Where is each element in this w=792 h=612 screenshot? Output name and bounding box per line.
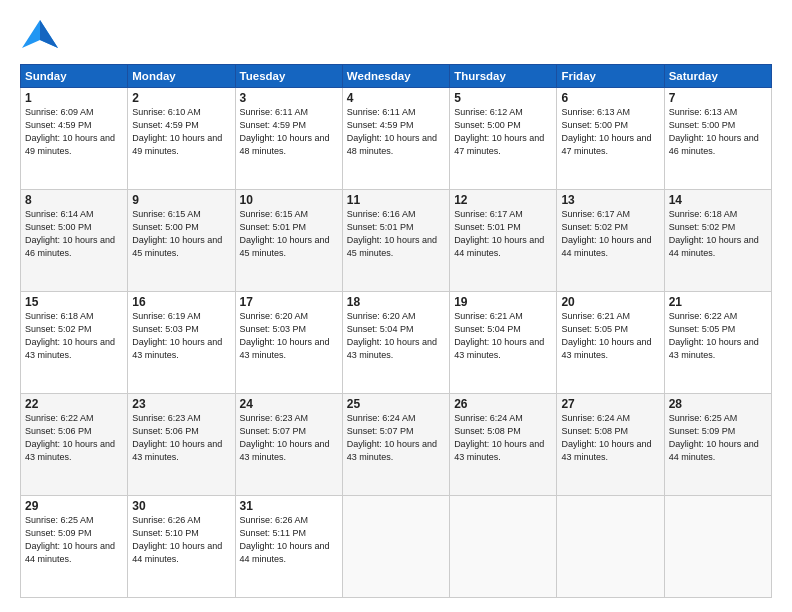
calendar-cell (557, 496, 664, 598)
day-number: 2 (132, 91, 230, 105)
day-info: Sunrise: 6:26 AM Sunset: 5:10 PM Dayligh… (132, 514, 230, 566)
calendar-cell (450, 496, 557, 598)
day-number: 21 (669, 295, 767, 309)
day-info: Sunrise: 6:10 AM Sunset: 4:59 PM Dayligh… (132, 106, 230, 158)
calendar-cell: 29 Sunrise: 6:25 AM Sunset: 5:09 PM Dayl… (21, 496, 128, 598)
day-number: 17 (240, 295, 338, 309)
week-row-5: 29 Sunrise: 6:25 AM Sunset: 5:09 PM Dayl… (21, 496, 772, 598)
day-info: Sunrise: 6:24 AM Sunset: 5:07 PM Dayligh… (347, 412, 445, 464)
day-number: 11 (347, 193, 445, 207)
day-info: Sunrise: 6:13 AM Sunset: 5:00 PM Dayligh… (561, 106, 659, 158)
calendar-cell (342, 496, 449, 598)
calendar-cell: 21 Sunrise: 6:22 AM Sunset: 5:05 PM Dayl… (664, 292, 771, 394)
day-info: Sunrise: 6:15 AM Sunset: 5:01 PM Dayligh… (240, 208, 338, 260)
day-number: 30 (132, 499, 230, 513)
calendar-cell: 23 Sunrise: 6:23 AM Sunset: 5:06 PM Dayl… (128, 394, 235, 496)
day-number: 22 (25, 397, 123, 411)
calendar-cell: 7 Sunrise: 6:13 AM Sunset: 5:00 PM Dayli… (664, 88, 771, 190)
day-number: 27 (561, 397, 659, 411)
day-info: Sunrise: 6:21 AM Sunset: 5:04 PM Dayligh… (454, 310, 552, 362)
day-number: 12 (454, 193, 552, 207)
day-number: 25 (347, 397, 445, 411)
day-number: 31 (240, 499, 338, 513)
day-number: 8 (25, 193, 123, 207)
weekday-header-saturday: Saturday (664, 65, 771, 88)
day-number: 24 (240, 397, 338, 411)
calendar-cell: 25 Sunrise: 6:24 AM Sunset: 5:07 PM Dayl… (342, 394, 449, 496)
calendar-cell: 18 Sunrise: 6:20 AM Sunset: 5:04 PM Dayl… (342, 292, 449, 394)
day-info: Sunrise: 6:25 AM Sunset: 5:09 PM Dayligh… (669, 412, 767, 464)
day-info: Sunrise: 6:23 AM Sunset: 5:07 PM Dayligh… (240, 412, 338, 464)
day-info: Sunrise: 6:24 AM Sunset: 5:08 PM Dayligh… (454, 412, 552, 464)
day-number: 3 (240, 91, 338, 105)
day-number: 6 (561, 91, 659, 105)
day-info: Sunrise: 6:20 AM Sunset: 5:04 PM Dayligh… (347, 310, 445, 362)
day-number: 20 (561, 295, 659, 309)
calendar-cell: 30 Sunrise: 6:26 AM Sunset: 5:10 PM Dayl… (128, 496, 235, 598)
calendar-cell: 31 Sunrise: 6:26 AM Sunset: 5:11 PM Dayl… (235, 496, 342, 598)
calendar-cell: 24 Sunrise: 6:23 AM Sunset: 5:07 PM Dayl… (235, 394, 342, 496)
day-info: Sunrise: 6:13 AM Sunset: 5:00 PM Dayligh… (669, 106, 767, 158)
day-number: 13 (561, 193, 659, 207)
calendar-table: SundayMondayTuesdayWednesdayThursdayFrid… (20, 64, 772, 598)
calendar-cell: 2 Sunrise: 6:10 AM Sunset: 4:59 PM Dayli… (128, 88, 235, 190)
day-info: Sunrise: 6:14 AM Sunset: 5:00 PM Dayligh… (25, 208, 123, 260)
day-number: 16 (132, 295, 230, 309)
day-info: Sunrise: 6:18 AM Sunset: 5:02 PM Dayligh… (25, 310, 123, 362)
week-row-1: 1 Sunrise: 6:09 AM Sunset: 4:59 PM Dayli… (21, 88, 772, 190)
calendar-cell: 10 Sunrise: 6:15 AM Sunset: 5:01 PM Dayl… (235, 190, 342, 292)
day-info: Sunrise: 6:15 AM Sunset: 5:00 PM Dayligh… (132, 208, 230, 260)
day-number: 18 (347, 295, 445, 309)
calendar-cell: 28 Sunrise: 6:25 AM Sunset: 5:09 PM Dayl… (664, 394, 771, 496)
day-number: 7 (669, 91, 767, 105)
calendar-cell: 15 Sunrise: 6:18 AM Sunset: 5:02 PM Dayl… (21, 292, 128, 394)
day-number: 15 (25, 295, 123, 309)
header (20, 18, 772, 54)
day-number: 1 (25, 91, 123, 105)
day-info: Sunrise: 6:20 AM Sunset: 5:03 PM Dayligh… (240, 310, 338, 362)
svg-marker-1 (40, 20, 58, 48)
day-number: 28 (669, 397, 767, 411)
calendar-cell: 4 Sunrise: 6:11 AM Sunset: 4:59 PM Dayli… (342, 88, 449, 190)
day-info: Sunrise: 6:17 AM Sunset: 5:02 PM Dayligh… (561, 208, 659, 260)
calendar-cell: 9 Sunrise: 6:15 AM Sunset: 5:00 PM Dayli… (128, 190, 235, 292)
day-info: Sunrise: 6:16 AM Sunset: 5:01 PM Dayligh… (347, 208, 445, 260)
calendar-cell: 12 Sunrise: 6:17 AM Sunset: 5:01 PM Dayl… (450, 190, 557, 292)
day-info: Sunrise: 6:12 AM Sunset: 5:00 PM Dayligh… (454, 106, 552, 158)
day-info: Sunrise: 6:23 AM Sunset: 5:06 PM Dayligh… (132, 412, 230, 464)
calendar-cell: 3 Sunrise: 6:11 AM Sunset: 4:59 PM Dayli… (235, 88, 342, 190)
day-number: 26 (454, 397, 552, 411)
day-info: Sunrise: 6:22 AM Sunset: 5:05 PM Dayligh… (669, 310, 767, 362)
week-row-2: 8 Sunrise: 6:14 AM Sunset: 5:00 PM Dayli… (21, 190, 772, 292)
logo-icon (20, 18, 60, 54)
calendar-cell: 6 Sunrise: 6:13 AM Sunset: 5:00 PM Dayli… (557, 88, 664, 190)
calendar-cell: 5 Sunrise: 6:12 AM Sunset: 5:00 PM Dayli… (450, 88, 557, 190)
day-info: Sunrise: 6:18 AM Sunset: 5:02 PM Dayligh… (669, 208, 767, 260)
weekday-header-thursday: Thursday (450, 65, 557, 88)
day-info: Sunrise: 6:21 AM Sunset: 5:05 PM Dayligh… (561, 310, 659, 362)
weekday-header-tuesday: Tuesday (235, 65, 342, 88)
calendar-cell: 11 Sunrise: 6:16 AM Sunset: 5:01 PM Dayl… (342, 190, 449, 292)
week-row-3: 15 Sunrise: 6:18 AM Sunset: 5:02 PM Dayl… (21, 292, 772, 394)
day-info: Sunrise: 6:11 AM Sunset: 4:59 PM Dayligh… (240, 106, 338, 158)
logo (20, 18, 62, 54)
calendar-page: SundayMondayTuesdayWednesdayThursdayFrid… (0, 0, 792, 612)
day-number: 14 (669, 193, 767, 207)
calendar-cell: 16 Sunrise: 6:19 AM Sunset: 5:03 PM Dayl… (128, 292, 235, 394)
day-number: 19 (454, 295, 552, 309)
day-number: 29 (25, 499, 123, 513)
day-number: 10 (240, 193, 338, 207)
calendar-cell (664, 496, 771, 598)
calendar-cell: 27 Sunrise: 6:24 AM Sunset: 5:08 PM Dayl… (557, 394, 664, 496)
weekday-header-row: SundayMondayTuesdayWednesdayThursdayFrid… (21, 65, 772, 88)
calendar-cell: 17 Sunrise: 6:20 AM Sunset: 5:03 PM Dayl… (235, 292, 342, 394)
calendar-cell: 26 Sunrise: 6:24 AM Sunset: 5:08 PM Dayl… (450, 394, 557, 496)
week-row-4: 22 Sunrise: 6:22 AM Sunset: 5:06 PM Dayl… (21, 394, 772, 496)
day-info: Sunrise: 6:26 AM Sunset: 5:11 PM Dayligh… (240, 514, 338, 566)
day-info: Sunrise: 6:11 AM Sunset: 4:59 PM Dayligh… (347, 106, 445, 158)
day-number: 5 (454, 91, 552, 105)
day-info: Sunrise: 6:22 AM Sunset: 5:06 PM Dayligh… (25, 412, 123, 464)
weekday-header-monday: Monday (128, 65, 235, 88)
day-info: Sunrise: 6:19 AM Sunset: 5:03 PM Dayligh… (132, 310, 230, 362)
day-info: Sunrise: 6:24 AM Sunset: 5:08 PM Dayligh… (561, 412, 659, 464)
